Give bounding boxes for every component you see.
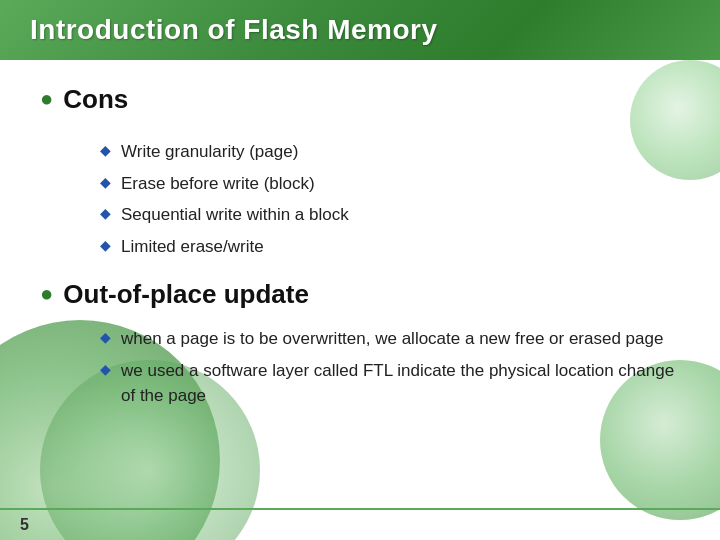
cons-item-2: Erase before write (block) (121, 171, 315, 197)
oop-item-2: we used a software layer called FTL indi… (121, 358, 680, 409)
list-item: ◆ Limited erase/write (100, 234, 680, 260)
page-title: Introduction of Flash Memory (30, 14, 438, 45)
diamond-icon-1: ◆ (100, 142, 111, 158)
page-number: 5 (20, 516, 29, 534)
oop-item-1: when a page is to be overwritten, we all… (121, 326, 663, 352)
cons-item-3: Sequential write within a block (121, 202, 349, 228)
main-content: ● Cons ◆ Write granularity (page) ◆ Eras… (0, 60, 720, 449)
oop-label: Out-of-place update (63, 279, 309, 310)
list-item: ◆ Erase before write (block) (100, 171, 680, 197)
cons-label: Cons (63, 84, 128, 115)
footer: 5 (0, 508, 720, 540)
cons-section: ● Cons (40, 84, 680, 115)
list-item: ◆ Sequential write within a block (100, 202, 680, 228)
cons-sub-bullets: ◆ Write granularity (page) ◆ Erase befor… (100, 139, 680, 259)
cons-bullet-icon: ● (40, 86, 53, 112)
oop-section: ● Out-of-place update (40, 279, 680, 310)
cons-item-1: Write granularity (page) (121, 139, 298, 165)
oop-sub-bullets: ◆ when a page is to be overwritten, we a… (100, 326, 680, 409)
diamond-icon-4: ◆ (100, 237, 111, 253)
diamond-icon-6: ◆ (100, 361, 111, 377)
list-item: ◆ Write granularity (page) (100, 139, 680, 165)
diamond-icon-5: ◆ (100, 329, 111, 345)
list-item: ◆ when a page is to be overwritten, we a… (100, 326, 680, 352)
diamond-icon-3: ◆ (100, 205, 111, 221)
list-item: ◆ we used a software layer called FTL in… (100, 358, 680, 409)
header: Introduction of Flash Memory (0, 0, 720, 60)
oop-bullet-icon: ● (40, 281, 53, 307)
cons-item-4: Limited erase/write (121, 234, 264, 260)
diamond-icon-2: ◆ (100, 174, 111, 190)
